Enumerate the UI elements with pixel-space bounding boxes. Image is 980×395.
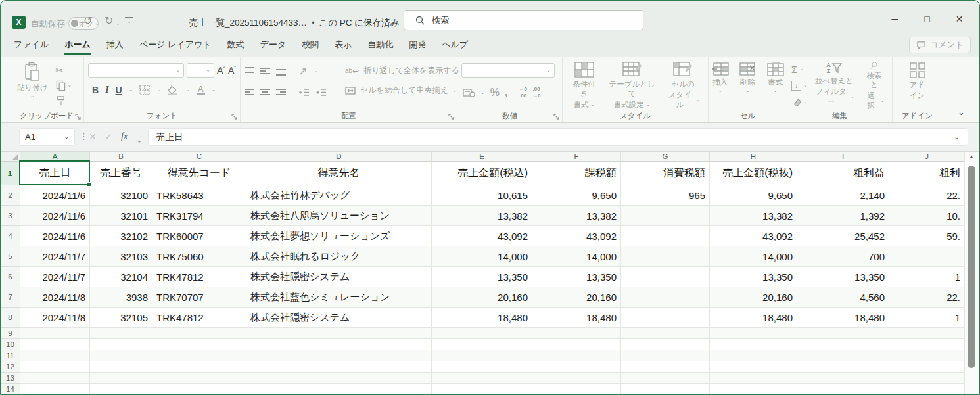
cell-E10[interactable] [432, 339, 532, 350]
tab-挿入[interactable]: 挿入 [99, 34, 131, 57]
cell-A5[interactable]: 2024/11/7 [20, 246, 90, 267]
cell-D8[interactable]: 株式会社隠密システム [246, 308, 432, 328]
enter-icon[interactable]: ✓ [105, 131, 112, 142]
conditional-formatting-button[interactable]: 条件付き 書式⌄ [567, 60, 602, 111]
cell-E2[interactable]: 10,615 [432, 185, 532, 206]
format-painter-button[interactable] [56, 93, 72, 108]
cell-H14[interactable] [710, 384, 797, 394]
bold-button[interactable]: B [92, 85, 99, 95]
cell-F9[interactable] [532, 328, 621, 339]
cell-J8[interactable]: 1 [889, 308, 965, 328]
increase-decimal-icon[interactable]: ←0.00 [519, 86, 526, 98]
cell-J3[interactable]: 10. [889, 206, 965, 226]
cell-J12[interactable] [889, 361, 965, 373]
cell-B7[interactable]: 3938 [90, 287, 152, 308]
cell-G1[interactable]: 消費税額 [621, 162, 710, 185]
cell-B10[interactable] [90, 339, 152, 350]
row-header-4[interactable]: 4 [1, 226, 20, 246]
cell-E1[interactable]: 売上金額(税込) [432, 162, 532, 185]
cell-G12[interactable] [621, 361, 710, 373]
select-all-corner[interactable] [1, 152, 20, 162]
cell-B3[interactable]: 32101 [90, 206, 152, 226]
cell-C8[interactable]: TRK47812 [152, 308, 246, 328]
sort-filter-button[interactable]: AZ 並べ替えと フィルター⌄ [810, 60, 858, 111]
fill-color-icon[interactable] [168, 85, 179, 95]
clipboard-dialog-launcher-icon[interactable] [75, 114, 81, 120]
increase-indent-icon[interactable] [315, 88, 327, 97]
cell-H4[interactable]: 43,092 [710, 226, 797, 246]
fill-button[interactable]: ↓ ⌄ [791, 78, 808, 93]
cell-E4[interactable]: 43,092 [432, 226, 532, 246]
row-header-12[interactable]: 12 [1, 361, 20, 373]
expand-formula-bar-icon[interactable]: ⌄ [954, 134, 960, 141]
cell-I4[interactable]: 25,452 [797, 226, 889, 246]
cell-C11[interactable] [152, 350, 246, 361]
font-color-icon[interactable]: A [197, 85, 205, 95]
paste-button[interactable]: 貼り付け ⌄ [14, 60, 51, 108]
column-header-H[interactable]: H [710, 152, 797, 162]
scrollbar-up-icon[interactable]: ▲ [965, 154, 978, 160]
cell-H9[interactable] [710, 328, 797, 339]
cell-D3[interactable]: 株式会社八咫烏ソリューション [246, 206, 432, 226]
redo-chevron-icon[interactable]: ⌄ [116, 20, 120, 26]
cell-G7[interactable] [621, 287, 710, 308]
cell-J13[interactable] [889, 373, 965, 384]
row-header-13[interactable]: 13 [1, 373, 20, 384]
underline-button[interactable]: U [116, 85, 122, 95]
vertical-scrollbar[interactable]: ▲ [964, 152, 978, 394]
tab-自動化[interactable]: 自動化 [360, 34, 401, 57]
alignment-dialog-launcher-icon[interactable] [448, 114, 454, 120]
cell-H11[interactable] [710, 350, 797, 361]
maximize-button[interactable]: □ [911, 7, 943, 31]
cell-I12[interactable] [797, 361, 889, 373]
cell-F14[interactable] [532, 384, 621, 394]
tab-表示[interactable]: 表示 [327, 34, 360, 57]
cell-H8[interactable]: 18,480 [710, 308, 797, 328]
cell-D10[interactable] [246, 339, 432, 350]
cell-B13[interactable] [90, 373, 152, 384]
cell-F6[interactable]: 13,350 [532, 267, 621, 287]
cell-J5[interactable] [889, 246, 965, 267]
cell-A8[interactable]: 2024/11/8 [20, 308, 90, 328]
align-left-icon[interactable] [245, 88, 254, 97]
row-header-7[interactable]: 7 [1, 287, 20, 308]
decrease-decimal-icon[interactable]: .00→0 [532, 86, 540, 98]
cell-I9[interactable] [797, 328, 889, 339]
cell-H5[interactable]: 14,000 [710, 246, 797, 267]
cell-I13[interactable] [797, 373, 889, 384]
cell-B8[interactable]: 32105 [90, 308, 152, 328]
cell-H6[interactable]: 13,350 [710, 267, 797, 287]
cell-J7[interactable]: 22. [889, 287, 965, 308]
align-center-icon[interactable] [260, 88, 270, 97]
cell-B4[interactable]: 32102 [90, 226, 152, 246]
cell-C3[interactable]: TRK31794 [152, 206, 246, 226]
cell-J1[interactable]: 粗利 [889, 162, 965, 185]
cell-F1[interactable]: 課税額 [532, 162, 621, 185]
find-select-button[interactable]: 検索と 選択⌄ [860, 60, 888, 111]
tab-校閲[interactable]: 校閲 [294, 34, 327, 57]
cell-F2[interactable]: 9,650 [532, 185, 621, 206]
cell-F10[interactable] [532, 339, 621, 350]
tab-ファイル[interactable]: ファイル [6, 34, 57, 57]
tab-数式[interactable]: 数式 [220, 34, 252, 57]
redo-icon[interactable]: ↻ [105, 16, 113, 26]
cell-F7[interactable]: 20,160 [532, 287, 621, 308]
cell-E13[interactable] [432, 373, 532, 384]
font-size-select[interactable]: ⌄ [187, 63, 214, 78]
undo-icon[interactable]: ↺ [83, 16, 92, 26]
cell-B11[interactable] [90, 350, 152, 361]
row-header-8[interactable]: 8 [1, 308, 20, 328]
cell-C13[interactable] [152, 373, 246, 384]
column-header-F[interactable]: F [532, 152, 621, 162]
cell-I8[interactable]: 18,480 [797, 308, 889, 328]
cell-C10[interactable] [152, 339, 246, 350]
tab-ホーム[interactable]: ホーム [57, 34, 99, 57]
insert-cells-button[interactable]: 挿入⌄ [709, 60, 732, 111]
cell-H1[interactable]: 売上金額(税抜) [710, 162, 797, 185]
cell-D13[interactable] [246, 373, 432, 384]
cell-A6[interactable]: 2024/11/7 [20, 267, 90, 287]
cell-E9[interactable] [432, 328, 532, 339]
cell-J4[interactable]: 59. [889, 226, 965, 246]
document-title[interactable]: 売上一覧_20251106154433… • この PC に保存済み ∨ [189, 17, 409, 29]
cell-H13[interactable] [710, 373, 797, 384]
